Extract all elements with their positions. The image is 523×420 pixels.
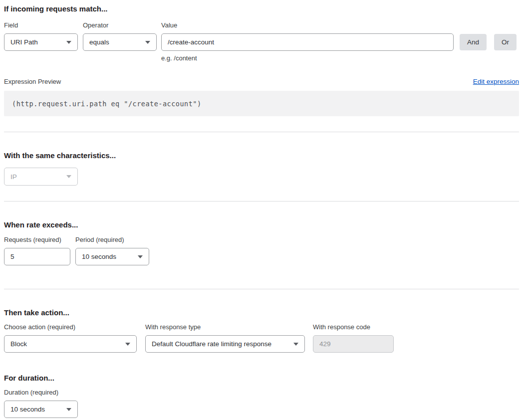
operator-dropdown-value: equals (89, 38, 109, 46)
duration-label: Duration (required) (4, 389, 78, 397)
section-divider (4, 132, 519, 132)
section-divider (4, 201, 519, 202)
period-column: Period (required) 10 seconds (75, 236, 149, 265)
duration-dropdown-value: 10 seconds (10, 406, 45, 413)
choose-action-label: Choose action (required) (4, 323, 137, 331)
response-type-dropdown-value: Default Cloudflare rate limiting respons… (152, 340, 271, 348)
value-input[interactable] (161, 33, 454, 51)
requests-column: Requests (required) (4, 236, 70, 265)
match-section-heading: If incoming requests match... (4, 4, 519, 14)
expression-preview-code: (http.request.uri.path eq "/create-accou… (4, 91, 519, 116)
action-fields-row: Choose action (required) Block With resp… (4, 323, 519, 353)
action-section-heading: Then take action... (4, 308, 519, 318)
operator-column: Operator equals (83, 21, 157, 51)
chevron-down-icon (66, 41, 71, 44)
period-dropdown[interactable]: 10 seconds (75, 248, 149, 265)
value-helper-text: e.g. /content (161, 54, 454, 62)
response-type-dropdown[interactable]: Default Cloudflare rate limiting respons… (145, 335, 305, 353)
duration-section-heading: For duration... (4, 373, 519, 383)
characteristic-dropdown-value: IP (10, 173, 17, 181)
rate-fields-row: Requests (required) Period (required) 10… (4, 236, 519, 265)
section-divider (4, 289, 519, 289)
edit-expression-link[interactable]: Edit expression (473, 78, 519, 85)
and-button[interactable]: And (460, 34, 487, 50)
action-dropdown-value: Block (10, 340, 27, 348)
field-dropdown-value: URI Path (10, 38, 38, 46)
characteristics-row: IP (4, 168, 519, 186)
expression-preview-row: Expression Preview Edit expression (4, 78, 519, 85)
value-column: Value e.g. /content (161, 21, 454, 62)
period-dropdown-value: 10 seconds (82, 253, 116, 260)
chevron-down-icon (138, 255, 143, 258)
action-dropdown[interactable]: Block (4, 335, 137, 353)
expression-text: (http.request.uri.path eq "/create-accou… (12, 100, 202, 108)
chevron-down-icon (125, 343, 130, 346)
rate-section-heading: When rate exceeds... (4, 220, 519, 230)
response-code-column: With response code (313, 323, 394, 353)
duration-column: Duration (required) 10 seconds (4, 389, 78, 418)
chevron-down-icon (66, 408, 71, 411)
period-label: Period (required) (75, 236, 149, 244)
field-dropdown[interactable]: URI Path (4, 33, 78, 51)
operator-label: Operator (83, 21, 157, 29)
match-fields-row: Field URI Path Operator equals Value e.g… (4, 21, 519, 62)
operator-dropdown[interactable]: equals (83, 33, 157, 51)
field-label: Field (4, 21, 78, 29)
expression-preview-label: Expression Preview (4, 78, 61, 85)
characteristic-dropdown[interactable]: IP (4, 168, 78, 186)
response-type-label: With response type (145, 323, 305, 331)
field-column: Field URI Path (4, 21, 78, 51)
action-column: Choose action (required) Block (4, 323, 137, 353)
response-type-column: With response type Default Cloudflare ra… (145, 323, 305, 353)
chevron-down-icon (66, 175, 71, 178)
characteristics-section-heading: With the same characteristics... (4, 151, 519, 161)
requests-label: Requests (required) (4, 236, 70, 244)
duration-dropdown[interactable]: 10 seconds (4, 401, 78, 418)
response-code-label: With response code (313, 323, 394, 331)
chevron-down-icon (293, 343, 298, 346)
value-label: Value (161, 21, 454, 29)
chevron-down-icon (145, 41, 150, 44)
requests-input[interactable] (4, 248, 70, 265)
response-code-input (313, 335, 394, 353)
rate-limit-rule-form: If incoming requests match... Field URI … (0, 0, 523, 420)
or-button[interactable]: Or (494, 34, 517, 50)
